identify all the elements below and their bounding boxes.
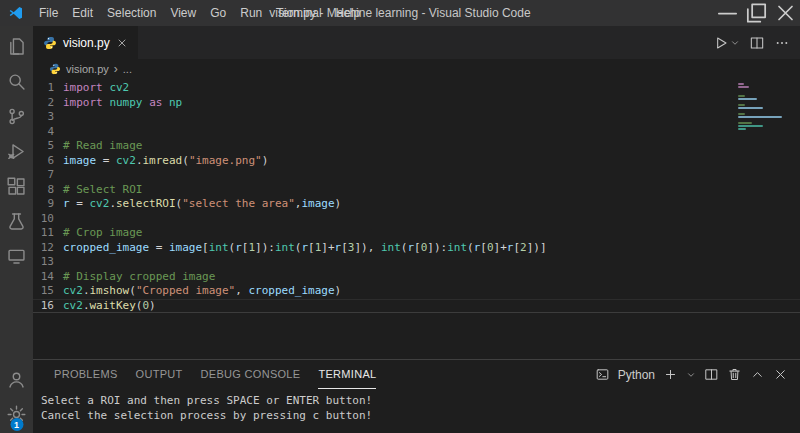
breadcrumb[interactable]: vision.py › ...: [33, 59, 800, 79]
extensions-button[interactable]: [0, 170, 33, 203]
panel-tab-terminal[interactable]: TERMINAL: [318, 360, 376, 389]
code-line-10: 10: [33, 212, 800, 227]
line-number: 4: [33, 125, 63, 140]
source-control-button[interactable]: [0, 100, 33, 133]
minimap[interactable]: [738, 83, 788, 130]
menu-selection[interactable]: Selection: [100, 0, 163, 26]
run-python-file-button[interactable]: [713, 35, 729, 51]
menu-file[interactable]: File: [32, 0, 65, 26]
menu-terminal[interactable]: Terminal: [269, 0, 328, 26]
code-text: # Select ROI: [63, 183, 142, 198]
minimize-button[interactable]: [713, 0, 742, 26]
code-line-7: 7: [33, 168, 800, 183]
testing-button[interactable]: [0, 205, 33, 238]
code-line-1: 1import cv2: [33, 81, 800, 96]
line-number: 14: [33, 270, 63, 285]
terminal-output[interactable]: Select a ROI and then press SPACE or ENT…: [33, 389, 800, 433]
vscode-logo-icon: [8, 5, 24, 21]
line-number: 1: [33, 81, 63, 96]
source-control-icon: [6, 106, 27, 127]
terminal-line: Select a ROI and then press SPACE or ENT…: [41, 393, 800, 408]
line-number: 6: [33, 154, 63, 169]
panel-tab-output[interactable]: OUTPUT: [136, 360, 183, 389]
minimap-line: [738, 113, 745, 115]
close-tab-icon[interactable]: [116, 37, 128, 49]
line-number: 3: [33, 110, 63, 125]
breadcrumb-file[interactable]: vision.py: [66, 63, 109, 75]
code-line-5: 5# Read image: [33, 139, 800, 154]
explorer-button[interactable]: [0, 30, 33, 63]
line-number: 5: [33, 139, 63, 154]
code-text: cropped_image = image[int(r[1]):int(r[1]…: [63, 241, 547, 256]
breadcrumb-more[interactable]: ...: [123, 63, 132, 75]
code-line-15: 15cv2.imshow("Cropped image", cropped_im…: [33, 284, 800, 299]
code-line-6: 6image = cv2.imread("image.png"): [33, 154, 800, 169]
menu-run[interactable]: Run: [233, 0, 269, 26]
menu-bar: FileEditSelectionViewGoRunTerminalHelp: [32, 0, 367, 26]
code-line-2: 2import numpy as np: [33, 96, 800, 111]
menu-view[interactable]: View: [163, 0, 203, 26]
panel: PROBLEMSOUTPUTDEBUG CONSOLETERMINAL Pyth…: [33, 359, 800, 433]
panel-header: PROBLEMSOUTPUTDEBUG CONSOLETERMINAL Pyth…: [33, 360, 800, 389]
panel-actions: Python: [595, 367, 800, 382]
line-number: 9: [33, 197, 63, 212]
terminal-profile-dropdown-icon[interactable]: [686, 370, 696, 380]
remote-explorer-button[interactable]: [0, 240, 33, 273]
kill-terminal-button[interactable]: [727, 367, 742, 382]
split-editor-button[interactable]: [749, 35, 765, 51]
minimap-line: [738, 107, 763, 109]
code-text: import cv2: [63, 81, 129, 96]
minimap-line: [738, 98, 757, 100]
line-number: 8: [33, 183, 63, 198]
more-actions-button[interactable]: [774, 35, 790, 51]
minimap-line: [738, 86, 749, 88]
activity-bar-top: [0, 30, 33, 273]
split-terminal-button[interactable]: [704, 367, 719, 382]
panel-tab-debug-console[interactable]: DEBUG CONSOLE: [201, 360, 301, 389]
search-button[interactable]: [0, 65, 33, 98]
minimap-line: [738, 83, 744, 85]
notification-badge: 1: [10, 418, 23, 431]
minimap-line: [738, 104, 745, 106]
editor-code: 1import cv22import numpy as np345# Read …: [33, 81, 800, 313]
minimap-line: [738, 122, 752, 124]
tab-vision-py[interactable]: vision.py: [33, 26, 138, 59]
menu-edit[interactable]: Edit: [65, 0, 100, 26]
line-number: 15: [33, 284, 63, 299]
code-text: image = cv2.imread("image.png"): [63, 154, 268, 169]
tab-bar: vision.py: [33, 26, 800, 59]
vscode-window: FileEditSelectionViewGoRunTerminalHelp v…: [0, 0, 800, 433]
chevron-right-icon: ›: [114, 62, 118, 76]
maximize-panel-button[interactable]: [750, 367, 765, 382]
menu-go[interactable]: Go: [203, 0, 233, 26]
line-number: 16: [33, 299, 63, 314]
editor[interactable]: 1import cv22import numpy as np345# Read …: [33, 79, 800, 359]
menu-help[interactable]: Help: [329, 0, 368, 26]
window-controls: [713, 0, 800, 26]
code-line-4: 4: [33, 125, 800, 140]
code-line-3: 3: [33, 110, 800, 125]
restore-button[interactable]: [742, 0, 771, 26]
code-line-13: 13: [33, 255, 800, 270]
panel-tabs: PROBLEMSOUTPUTDEBUG CONSOLETERMINAL: [33, 360, 385, 389]
run-dropdown-icon[interactable]: [730, 38, 740, 48]
code-line-16: 16cv2.waitKey(0): [33, 299, 800, 314]
line-number: 10: [33, 212, 63, 227]
panel-tab-problems[interactable]: PROBLEMS: [54, 360, 118, 389]
code-text: cv2.imshow("Cropped image", cropped_imag…: [63, 284, 341, 299]
line-number: 7: [33, 168, 63, 183]
run-and-debug-button[interactable]: [0, 135, 33, 168]
new-terminal-button[interactable]: [663, 367, 678, 382]
tab-label: vision.py: [63, 36, 110, 50]
remote-explorer-icon: [6, 246, 27, 267]
terminal-profile-label[interactable]: Python: [618, 368, 655, 382]
editor-actions: [713, 26, 800, 59]
close-panel-button[interactable]: [773, 367, 788, 382]
close-window-button[interactable]: [771, 0, 800, 26]
python-icon: [49, 63, 61, 75]
manage-button[interactable]: 1: [0, 398, 33, 431]
line-number: 2: [33, 96, 63, 111]
accounts-icon: [6, 369, 27, 390]
accounts-button[interactable]: [0, 363, 33, 396]
run-button-group: [713, 35, 740, 51]
